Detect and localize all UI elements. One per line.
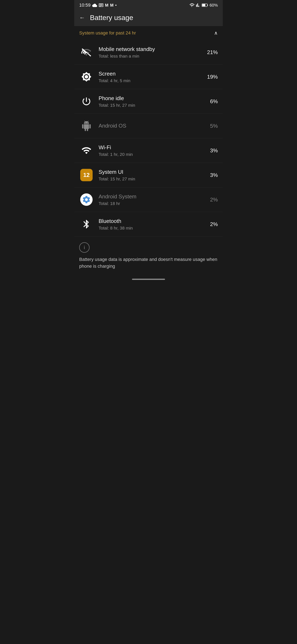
info-section: i Battery usage data is approximate and … — [74, 236, 223, 275]
system-ui-time: Total: 15 hr, 27 min — [99, 176, 210, 182]
mobile-network-standby-name: Mobile network standby — [99, 46, 207, 53]
list-item[interactable]: Phone idle Total: 15 hr, 27 min 6% — [74, 89, 223, 114]
system-ui-name: System UI — [99, 169, 210, 176]
status-time: 10:59 — [79, 2, 90, 8]
phone-idle-name: Phone idle — [99, 95, 210, 102]
list-item[interactable]: Mobile network standby Total: less than … — [74, 40, 223, 64]
svg-rect-3 — [202, 4, 205, 6]
cloud-icon — [92, 3, 97, 7]
android-system-icon — [80, 194, 93, 206]
list-item[interactable]: Android System Total: 18 hr 2% — [74, 188, 223, 212]
page-title: Battery usage — [90, 14, 133, 22]
svg-point-7 — [87, 105, 88, 105]
list-item[interactable]: Android OS 5% — [74, 114, 223, 138]
android-os-name: Android OS — [99, 122, 210, 130]
mobile-network-standby-time: Total: less than a min — [99, 54, 207, 58]
bluetooth-name: Bluetooth — [99, 218, 210, 225]
home-indicator — [74, 275, 223, 284]
android-system-icon-wrapper — [79, 192, 94, 207]
svg-point-6 — [85, 105, 85, 105]
screen-icon — [79, 70, 94, 84]
system-ui-percent: 3% — [210, 172, 218, 178]
home-bar — [132, 279, 165, 280]
signal-status-icon — [196, 3, 201, 8]
battery-percent: 60% — [210, 3, 218, 8]
system-ui-icon-wrapper: 12 — [79, 168, 94, 182]
wifi-time: Total: 1 hr, 20 min — [99, 152, 210, 157]
usage-list: Mobile network standby Total: less than … — [74, 40, 223, 236]
android-system-percent: 2% — [210, 196, 218, 203]
newspaper-icon — [99, 3, 103, 8]
section-header[interactable]: System usage for past 24 hr ∧ — [74, 26, 223, 40]
screen-percent: 19% — [207, 74, 218, 80]
status-bar: 10:59 M M • 60% — [74, 0, 223, 10]
section-header-text: System usage for past 24 hr — [79, 30, 136, 36]
collapse-icon: ∧ — [214, 30, 218, 36]
android-system-name: Android System — [99, 193, 210, 200]
list-item[interactable]: Bluetooth Total: 8 hr, 38 min 2% — [74, 212, 223, 236]
android-os-icon — [79, 119, 94, 133]
gmail-icon: M — [105, 3, 108, 8]
android-system-info: Android System Total: 18 hr — [99, 193, 210, 206]
svg-rect-2 — [207, 4, 208, 6]
mobile-network-standby-info: Mobile network standby Total: less than … — [99, 46, 207, 58]
phone-idle-time: Total: 15 hr, 27 min — [99, 103, 210, 108]
info-text: Battery usage data is approximate and do… — [79, 256, 218, 270]
screen-time: Total: 4 hr, 5 min — [99, 78, 207, 83]
screen-info: Screen Total: 4 hr, 5 min — [99, 70, 207, 83]
back-button[interactable]: ← — [79, 14, 85, 21]
mobile-network-standby-icon — [79, 45, 94, 60]
bluetooth-time: Total: 8 hr, 38 min — [99, 226, 210, 230]
header: ← Battery usage — [74, 10, 223, 26]
wifi-name: Wi-Fi — [99, 144, 210, 151]
wifi-status-icon — [189, 3, 195, 8]
status-bar-left: 10:59 M M • — [79, 2, 117, 8]
android-os-info: Android OS — [99, 122, 210, 130]
phone-idle-icon — [79, 94, 94, 108]
battery-status-icon — [202, 3, 208, 7]
screen-name: Screen — [99, 70, 207, 78]
wifi-info: Wi-Fi Total: 1 hr, 20 min — [99, 144, 210, 157]
wifi-icon — [79, 143, 94, 158]
list-item[interactable]: Wi-Fi Total: 1 hr, 20 min 3% — [74, 138, 223, 163]
wifi-percent: 3% — [210, 148, 218, 154]
phone-idle-percent: 6% — [210, 98, 218, 105]
gmail2-icon: M — [110, 3, 114, 8]
android-os-percent: 5% — [210, 123, 218, 129]
bluetooth-icon — [79, 217, 94, 232]
mobile-network-standby-percent: 21% — [207, 49, 218, 56]
svg-rect-5 — [86, 105, 87, 105]
info-icon: i — [79, 242, 89, 253]
list-item[interactable]: 12 System UI Total: 15 hr, 27 min 3% — [74, 163, 223, 188]
bluetooth-percent: 2% — [210, 221, 218, 228]
system-ui-icon: 12 — [80, 169, 93, 181]
status-bar-right: 60% — [189, 3, 218, 8]
dot-icon: • — [115, 3, 117, 8]
bluetooth-info: Bluetooth Total: 8 hr, 38 min — [99, 218, 210, 230]
phone-idle-info: Phone idle Total: 15 hr, 27 min — [99, 95, 210, 108]
system-ui-info: System UI Total: 15 hr, 27 min — [99, 169, 210, 182]
list-item[interactable]: Screen Total: 4 hr, 5 min 19% — [74, 64, 223, 89]
android-system-time: Total: 18 hr — [99, 201, 210, 206]
